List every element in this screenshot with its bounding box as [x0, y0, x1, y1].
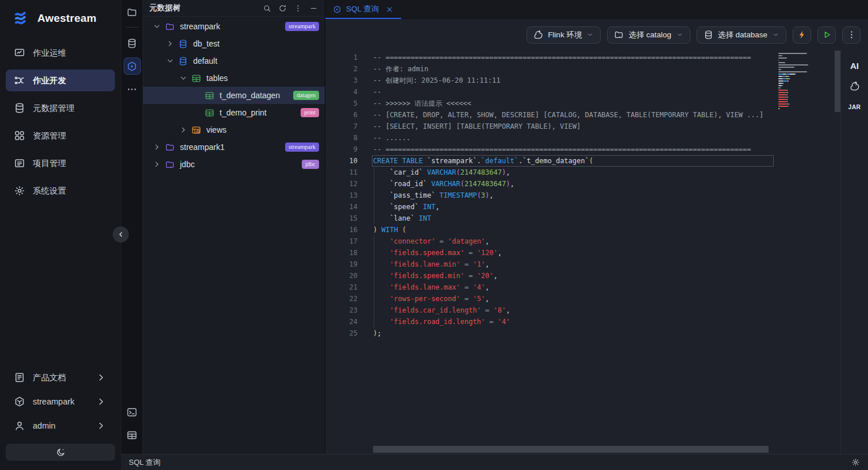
tree-action-menu[interactable] [294, 4, 302, 13]
terminal-icon [126, 407, 137, 418]
tree-item-jdbc[interactable]: cjdbcjdbc [143, 156, 325, 173]
strip-button-sql-console[interactable] [124, 57, 141, 75]
editor-tabbar: SQL 查询 [325, 0, 868, 19]
chevron-down-icon [152, 22, 162, 31]
editor-minimap[interactable] [776, 51, 835, 454]
folder-icon [126, 7, 137, 18]
catalog-folder-icon: c [165, 160, 175, 169]
sidebar-item-label: 资源管理 [33, 130, 66, 141]
line-number: 7 [325, 121, 358, 132]
sidebar-item-metadata[interactable]: 元数据管理 [6, 97, 115, 119]
line-number: 24 [325, 316, 358, 328]
sidebar-item-job-dev[interactable]: 作业开发 [6, 70, 115, 91]
horizontal-scrollbar-thumb[interactable] [373, 446, 769, 453]
toolbar-button-flink-env[interactable]: Flink 环境 [527, 26, 601, 44]
monitor-icon [14, 47, 25, 59]
tree-item-streampark[interactable]: cstreamparkstreampark [143, 18, 325, 35]
code-line-23: 23 'fields.car_id.length' = '8', [325, 305, 776, 316]
chevron-down-icon [586, 31, 594, 38]
chevron-down-icon [772, 31, 779, 38]
toolbar-button-select-database[interactable]: 选择 database [697, 26, 786, 44]
database-blue-icon [178, 39, 188, 49]
code-line-18: 18 'fields.speed.max' = '120', [325, 247, 776, 259]
tree-item-tables[interactable]: tables [143, 70, 325, 87]
line-content: `road_id` VARCHAR(2147483647), [358, 178, 776, 190]
view-orange-icon [191, 125, 201, 135]
chevron-right-icon [95, 420, 107, 432]
search-icon [263, 4, 271, 13]
tree-item-label: jdbc [180, 160, 195, 169]
line-number: 5 [325, 98, 358, 109]
sidebar-footer-label: 产品文档 [33, 372, 66, 383]
strip-button-more[interactable] [124, 80, 141, 98]
chevron-right-icon [152, 142, 162, 152]
code-line-16: 16) WITH ( [325, 224, 776, 236]
table-icon [126, 430, 137, 441]
lightning-icon [797, 30, 807, 40]
code-line-14: 14 `speed` INT, [325, 201, 776, 213]
strip-button-metadata[interactable] [124, 34, 141, 52]
toolbar-button-run[interactable] [817, 26, 836, 44]
line-number: 9 [325, 144, 358, 155]
strip-button-tables[interactable] [124, 426, 141, 444]
catalog-folder-icon: c [165, 142, 175, 152]
right-rail-item-ai[interactable]: AI [841, 55, 868, 76]
svg-text:c: c [170, 148, 172, 151]
flink-squirrel-icon [850, 81, 860, 91]
sidebar-item-settings[interactable]: 系统设置 [6, 180, 115, 202]
right-rail-item-jar[interactable]: JAR [841, 97, 868, 117]
toolbar-button-select-catalog[interactable]: c选择 catalog [607, 26, 690, 44]
tree-item-t_demo_print[interactable]: t_demo_printprint [143, 104, 325, 121]
tree-item-streampark1[interactable]: cstreampark1streampark [143, 138, 325, 156]
toolbar-button-quick-run[interactable] [793, 26, 811, 44]
chevron-right-icon [95, 372, 107, 383]
code-line-17: 17 'connector' = 'datagen', [325, 236, 776, 247]
line-content: `speed` INT, [358, 201, 776, 213]
toolbar-button-more[interactable] [842, 26, 861, 44]
tree-action-collapse[interactable] [309, 4, 318, 13]
svg-text:c: c [170, 165, 172, 168]
play-icon [822, 30, 832, 40]
tree-item-badge: print [301, 108, 319, 118]
sidebar-footer-label: admin [33, 421, 56, 430]
tab-sql-query[interactable]: SQL 查询 [325, 0, 401, 18]
tree-item-views[interactable]: views [143, 121, 325, 138]
editor-toolbar: Flink 环境c选择 catalog选择 database [325, 19, 868, 51]
tree-panel-header: 元数据树 [143, 0, 325, 17]
sidebar-item-projects[interactable]: 项目管理 [6, 152, 115, 174]
line-content: `pass_time` TIMESTAMP(3), [358, 190, 776, 201]
sidebar-footer-item-docs[interactable]: 产品文档 [6, 368, 115, 387]
tree-item-badge: jdbc [302, 160, 319, 169]
sidebar-footer-item-admin[interactable]: admin [6, 416, 115, 436]
sidebar-footer-nav: 产品文档streamparkadmin [0, 368, 121, 436]
tree-action-refresh[interactable] [278, 4, 287, 13]
line-number: 22 [325, 293, 358, 305]
tree-action-search[interactable] [263, 4, 271, 13]
strip-button-terminal[interactable] [124, 403, 141, 421]
sidebar-item-job-ops[interactable]: 作业运维 [6, 42, 115, 64]
user-icon [14, 420, 25, 432]
tree-item-t_demo_datagen[interactable]: t_demo_datagendatagen [143, 87, 325, 104]
sidebar-footer-item-streampark[interactable]: streampark [6, 392, 115, 411]
sidebar-collapse-button[interactable] [113, 226, 129, 242]
tree-item-label: streampark [180, 22, 220, 31]
code-line-1: 1-- ====================================… [325, 52, 776, 63]
theme-toggle-button[interactable] [6, 444, 115, 461]
sidebar-item-resources[interactable]: 资源管理 [6, 125, 115, 147]
tree-item-default[interactable]: default [143, 52, 325, 70]
tree-item-label: t_demo_datagen [220, 91, 280, 100]
line-number: 23 [325, 305, 358, 316]
vertical-scrollbar-thumb[interactable] [835, 51, 840, 112]
strip-button-files[interactable] [124, 3, 141, 21]
tree-item-db_test[interactable]: db_test [143, 35, 325, 52]
line-number: 8 [325, 132, 358, 144]
line-content: -- [358, 86, 776, 98]
strip-separator [126, 27, 139, 28]
close-icon[interactable] [385, 5, 394, 14]
sql-code-editor[interactable]: 1-- ====================================… [325, 51, 776, 454]
line-number: 10 [325, 155, 358, 167]
right-rail-item-flink[interactable] [841, 76, 868, 97]
line-number: 14 [325, 201, 358, 213]
line-number: 11 [325, 167, 358, 178]
gear-icon[interactable] [851, 458, 860, 467]
